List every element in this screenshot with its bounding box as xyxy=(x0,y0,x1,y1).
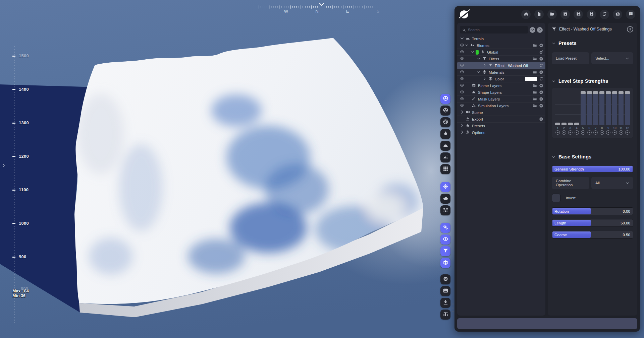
folder-icon[interactable] xyxy=(533,104,537,108)
expander[interactable] xyxy=(477,70,482,74)
screenshot-button[interactable] xyxy=(613,10,622,19)
presets-section-header[interactable]: Presets xyxy=(552,41,633,46)
sync-button[interactable] xyxy=(600,10,609,19)
level-step-slider-8[interactable] xyxy=(599,91,604,125)
visibility-eye-toggle[interactable] xyxy=(459,50,465,55)
save-button[interactable] xyxy=(560,10,570,19)
new-file-button[interactable] xyxy=(534,10,544,19)
folder-icon[interactable] xyxy=(533,43,537,48)
sync-small-icon[interactable] xyxy=(539,77,543,81)
level-step-slider-3[interactable] xyxy=(568,91,573,125)
tree-row-scene[interactable]: Scene xyxy=(457,109,545,116)
eye-tool-button[interactable] xyxy=(440,234,450,245)
step-eye-toggle[interactable] xyxy=(625,130,630,135)
step-eye-toggle[interactable] xyxy=(581,130,585,135)
tree-row-mask-layers[interactable]: Mask Layers xyxy=(457,96,545,103)
visibility-eye-toggle[interactable] xyxy=(459,76,465,81)
length-slider[interactable]: Length 50.00 xyxy=(552,219,633,227)
step-eye-toggle[interactable] xyxy=(593,130,598,135)
general-strength-slider[interactable]: General Strength 100.00 xyxy=(552,165,633,173)
visibility-eye-toggle[interactable] xyxy=(459,96,465,102)
plus-icon[interactable] xyxy=(539,83,543,88)
tree-row-export[interactable]: Export xyxy=(457,116,545,123)
aperture-ring-tool-button[interactable] xyxy=(440,117,450,127)
level-step-slider-10[interactable] xyxy=(612,91,617,125)
tree-row-color[interactable]: Color xyxy=(457,76,545,82)
level-step-slider-7[interactable] xyxy=(593,91,598,125)
tree-row-biomes[interactable]: Biomes xyxy=(457,42,545,49)
tree-row-options[interactable]: Options xyxy=(457,129,545,136)
level-step-slider-9[interactable] xyxy=(606,91,611,125)
collapse-all-button[interactable] xyxy=(530,27,535,33)
step-eye-toggle[interactable] xyxy=(612,130,617,135)
sync-small-icon[interactable] xyxy=(539,63,543,68)
step-eye-toggle[interactable] xyxy=(575,130,579,135)
expander[interactable] xyxy=(459,130,465,135)
gears-tool-button[interactable] xyxy=(440,223,450,233)
expander[interactable] xyxy=(477,57,482,61)
invert-checkbox[interactable] xyxy=(552,194,560,202)
level-step-slider-2[interactable] xyxy=(561,91,567,125)
aperture-dark-tool-button[interactable] xyxy=(440,106,450,116)
jump-to-selection-button[interactable] xyxy=(537,27,543,33)
plus-icon[interactable] xyxy=(539,70,543,74)
visibility-eye-toggle[interactable] xyxy=(459,56,465,61)
cloud-tool-button[interactable] xyxy=(440,194,450,204)
tree-row-simulation-layers[interactable]: Simulation Layers xyxy=(457,103,545,109)
folder-icon[interactable] xyxy=(533,90,537,94)
folder-icon[interactable] xyxy=(533,57,537,61)
plus-icon[interactable] xyxy=(539,43,543,48)
aperture-tool-button[interactable] xyxy=(440,94,450,104)
expander[interactable] xyxy=(471,50,476,54)
record-tool-button[interactable] xyxy=(440,274,450,284)
tree-row-terrain[interactable]: Terrain xyxy=(457,36,545,42)
help-button[interactable]: ? xyxy=(626,10,635,19)
grid-tool-button[interactable] xyxy=(440,164,450,174)
combine-operation-dropdown[interactable]: All xyxy=(591,177,633,189)
mountain-tool-button[interactable] xyxy=(440,141,450,151)
step-eye-toggle[interactable] xyxy=(587,130,592,135)
stats-tool-button[interactable] xyxy=(440,310,450,320)
search-box[interactable] xyxy=(460,26,528,33)
waves-tool-button[interactable] xyxy=(440,205,450,215)
load-preset-dropdown[interactable]: Select... xyxy=(591,52,633,64)
expander[interactable] xyxy=(459,123,465,128)
tree-row-materials[interactable]: Materials xyxy=(457,69,545,76)
step-eye-toggle[interactable] xyxy=(619,130,623,135)
expander[interactable] xyxy=(483,64,488,68)
level-step-strengths-chart[interactable]: 123456789101112 xyxy=(552,88,633,138)
level-step-slider-12[interactable] xyxy=(625,91,630,125)
expander[interactable] xyxy=(459,36,465,41)
coarse-slider[interactable]: Coarse 0.50 xyxy=(552,231,633,239)
left-panel-expand-handle[interactable] xyxy=(2,163,6,169)
step-eye-toggle[interactable] xyxy=(600,130,604,135)
level-steps-section-header[interactable]: Level Step Strengths xyxy=(552,78,633,84)
plus-icon[interactable] xyxy=(539,97,543,101)
level-step-slider-6[interactable] xyxy=(587,91,592,125)
panel-drag-handle[interactable] xyxy=(452,303,454,312)
tree-row-global[interactable]: Global xyxy=(457,49,545,56)
expander[interactable] xyxy=(483,77,488,81)
plus-icon[interactable] xyxy=(539,104,543,108)
visibility-eye-toggle[interactable] xyxy=(459,70,465,75)
folder-icon[interactable] xyxy=(533,70,537,74)
layers-plus-icon[interactable] xyxy=(539,50,543,54)
visibility-eye-toggle[interactable] xyxy=(459,103,465,108)
flame-tool-button[interactable] xyxy=(440,129,450,139)
home-button[interactable] xyxy=(521,10,531,19)
visibility-eye-toggle[interactable] xyxy=(459,83,465,88)
step-eye-toggle[interactable] xyxy=(568,130,573,135)
rocks-tool-button[interactable] xyxy=(440,152,450,162)
folder-icon[interactable] xyxy=(533,97,537,101)
folder-icon[interactable] xyxy=(533,83,537,88)
sun-tool-button[interactable] xyxy=(440,182,450,192)
rotation-slider[interactable]: Rotation 0.00 xyxy=(552,207,633,215)
layers-tool-button[interactable] xyxy=(440,258,450,268)
step-eye-toggle[interactable] xyxy=(606,130,610,135)
visibility-eye-toggle[interactable] xyxy=(459,43,465,48)
tree-row-filters[interactable]: Filters xyxy=(457,56,545,62)
compass-heading-strip[interactable]: W N E S xyxy=(258,1,392,16)
funnel-tool-button[interactable] xyxy=(440,246,450,256)
save-edit-button[interactable] xyxy=(587,10,596,19)
tree-row-presets[interactable]: Presets xyxy=(457,123,545,129)
